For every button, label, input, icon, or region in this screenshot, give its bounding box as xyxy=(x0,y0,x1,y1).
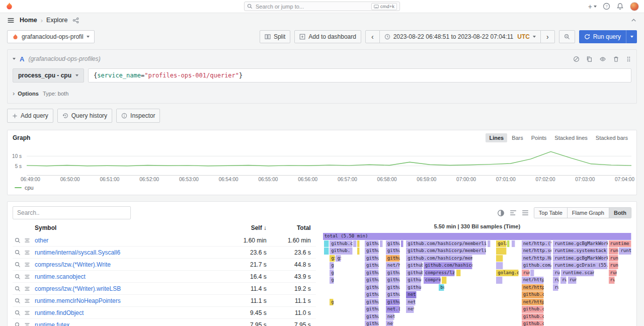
flame-node[interactable]: githu xyxy=(365,262,379,269)
text-align-left-icon[interactable] xyxy=(510,209,517,216)
symbol-link[interactable]: compress/lzw.(*Writer).Write xyxy=(35,261,227,268)
flame-node[interactable]: github.com/hashicorp/memberlist.(* xyxy=(406,240,486,248)
user-avatar[interactable] xyxy=(630,2,639,11)
flame-node[interactable]: run xyxy=(553,270,559,277)
flame-node[interactable]: github.com/g xyxy=(522,262,551,269)
flame-node[interactable] xyxy=(507,240,510,248)
news-bell-icon[interactable] xyxy=(616,3,624,10)
flame-node[interactable]: github.cc xyxy=(406,262,423,269)
flame-node[interactable] xyxy=(324,240,329,248)
flame-node[interactable]: githu xyxy=(365,313,379,320)
flame-node[interactable]: net.( xyxy=(386,320,393,326)
flame-node[interactable]: git xyxy=(336,255,341,262)
flame-node[interactable]: runti xyxy=(609,255,619,262)
drag-handle-icon[interactable] xyxy=(626,56,631,62)
sandwich-view-icon[interactable] xyxy=(24,262,30,268)
flame-node[interactable]: githu xyxy=(365,255,379,262)
flame-node[interactable]: githu xyxy=(386,270,400,277)
flame-node[interactable]: net/http.ser xyxy=(522,248,551,255)
flame-node[interactable]: githu xyxy=(365,248,379,255)
graph-mode-stacked-bars[interactable]: Stacked bars xyxy=(592,133,631,142)
sandwich-view-icon[interactable] xyxy=(24,250,30,256)
collapse-icon[interactable] xyxy=(630,17,637,24)
sandwich-view-icon[interactable] xyxy=(24,274,30,280)
flame-node[interactable]: net.Di xyxy=(406,291,417,298)
symbol-link[interactable]: runtime.findObject xyxy=(35,309,227,316)
flame-node[interactable]: net/http.(*c xyxy=(522,240,551,248)
graph-mode-bars[interactable]: Bars xyxy=(508,133,527,142)
flame-node[interactable]: golang.org/x xyxy=(496,270,518,277)
flame-node[interactable] xyxy=(324,248,329,255)
column-header-symbol[interactable]: Symbol xyxy=(35,224,227,231)
query-history-button[interactable]: Query history xyxy=(57,109,112,123)
flame-node[interactable]: run xyxy=(522,270,530,277)
flame-node[interactable] xyxy=(442,277,447,284)
flame-node[interactable]: runtime.gcBgMarkWorke xyxy=(553,240,608,248)
tab-flame-graph[interactable]: Flame Graph xyxy=(567,208,609,218)
sandwich-view-icon[interactable] xyxy=(24,322,30,326)
query-ref-id[interactable]: A xyxy=(20,55,24,63)
flame-node[interactable]: github.cc xyxy=(330,240,352,248)
add-query-button[interactable]: Add query xyxy=(7,109,53,123)
flame-node[interactable]: github.c xyxy=(406,277,421,284)
graph-legend[interactable]: cpu xyxy=(8,182,636,195)
flame-node[interactable]: githu xyxy=(365,284,379,291)
flame-node[interactable]: github.com/f xyxy=(522,320,544,326)
search-symbol-icon[interactable] xyxy=(15,322,21,326)
flame-node[interactable]: runtime xyxy=(609,240,631,248)
datasource-picker[interactable]: grafanacloud-ops-profil xyxy=(7,30,95,43)
flame-node[interactable]: git xyxy=(330,262,334,269)
flame-node[interactable]: github.com/hashicorp xyxy=(424,262,473,269)
flame-node[interactable]: github.com/hashicorp/memberli xyxy=(406,255,472,262)
flame-node[interactable]: github.c xyxy=(406,284,421,291)
query-options-toggle[interactable]: › Options Type: both xyxy=(13,90,631,97)
flame-node[interactable]: githu xyxy=(386,299,400,306)
search-symbol-icon[interactable] xyxy=(15,274,21,280)
flame-node[interactable]: github.com/s xyxy=(522,313,544,320)
flame-node[interactable] xyxy=(401,240,404,248)
time-series-chart[interactable]: 10 s5 s xyxy=(8,144,636,176)
flame-node[interactable] xyxy=(496,277,502,284)
flame-node[interactable]: githu xyxy=(365,291,379,298)
flame-node[interactable]: runt xyxy=(568,277,577,284)
flame-node[interactable]: githu xyxy=(386,248,400,255)
flame-node[interactable]: githu xyxy=(365,320,379,326)
sandwich-view-icon[interactable] xyxy=(24,286,30,292)
disable-query-icon[interactable] xyxy=(573,56,580,62)
flame-node[interactable]: git xyxy=(330,270,334,277)
share-icon[interactable] xyxy=(72,17,79,24)
flame-node[interactable]: net/http.Har xyxy=(522,277,544,284)
search-symbol-icon[interactable] xyxy=(15,237,21,243)
collapse-query-icon[interactable] xyxy=(13,58,16,60)
graph-mode-points[interactable]: Points xyxy=(528,133,550,142)
flame-node[interactable]: compress/lzw.(*W xyxy=(424,270,455,277)
flame-node[interactable] xyxy=(530,270,535,277)
delete-query-icon[interactable] xyxy=(613,56,619,62)
flame-node[interactable]: githu xyxy=(386,277,400,284)
flame-node[interactable]: run xyxy=(609,270,617,277)
flame-node[interactable]: net.( xyxy=(386,306,400,313)
flame-node[interactable]: bu xyxy=(439,284,444,291)
column-header-total[interactable]: Total xyxy=(272,224,316,231)
flame-node[interactable]: git xyxy=(330,255,335,262)
flame-node[interactable] xyxy=(512,240,515,248)
flame-node[interactable] xyxy=(496,255,503,262)
search-symbol-icon[interactable] xyxy=(15,250,21,256)
flame-node[interactable]: github.com/g xyxy=(522,306,544,313)
flame-node[interactable]: net/http.con xyxy=(522,284,544,291)
flame-node[interactable]: rur xyxy=(609,277,615,284)
flame-node[interactable] xyxy=(496,248,506,255)
sandwich-view-icon[interactable] xyxy=(24,310,30,316)
flame-node[interactable] xyxy=(357,248,359,255)
symbol-link[interactable]: runtime.memclrNoHeapPointers xyxy=(35,297,227,304)
search-symbol-icon[interactable] xyxy=(15,298,21,304)
flame-node[interactable]: githu xyxy=(365,240,379,248)
graph-mode-stacked-lines[interactable]: Stacked lines xyxy=(551,133,591,142)
menu-icon[interactable] xyxy=(7,17,15,24)
flame-node[interactable]: gola xyxy=(496,240,506,248)
flame-node[interactable]: githu xyxy=(365,299,379,306)
flame-node[interactable]: net/h xyxy=(386,262,400,269)
toggle-visibility-icon[interactable] xyxy=(599,56,606,62)
flame-node[interactable]: github.com/c xyxy=(522,291,544,298)
flame-node[interactable]: githu xyxy=(386,240,400,248)
